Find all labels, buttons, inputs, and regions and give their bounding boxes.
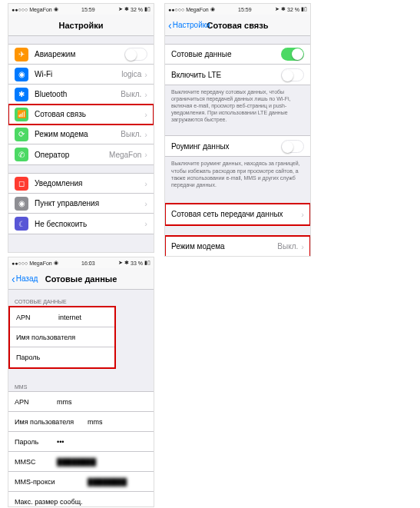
row-airplane[interactable]: ✈ Авиарежим: [8, 45, 154, 65]
phone-icon: ✆: [15, 148, 28, 161]
signal-dots-icon: ●●○○○: [12, 7, 28, 12]
signal-dots-icon: ●●○○○: [168, 7, 184, 12]
navbar: ‹Настройки Сотовая связь: [165, 15, 310, 36]
lte-toggle[interactable]: [281, 68, 304, 81]
wifi-icon: ◉: [54, 260, 58, 266]
battery-pct: 32 %: [287, 7, 299, 12]
cellular-data-fields: APN internet Имя пользователя Пароль: [8, 306, 116, 369]
chevron-right-icon: ›: [144, 110, 147, 119]
cellular-data-note: Выключите передачу сотовых данных, чтобы…: [165, 85, 310, 128]
status-bar: ●●○○○MegaFon◉ 16:03 ➤✱33 %▮▯: [8, 257, 154, 268]
section-header-cellular: СОТОВЫЕ ДАННЫЕ: [8, 294, 154, 306]
cellular-data-toggle[interactable]: [281, 48, 304, 61]
row-lte[interactable]: Включить LTE: [165, 65, 310, 85]
carrier: MegaFon: [29, 7, 52, 12]
row-roaming[interactable]: Роуминг данных: [165, 136, 310, 156]
field-username[interactable]: Имя пользователя: [10, 327, 114, 347]
back-button[interactable]: ‹Настройки: [165, 20, 210, 31]
status-bar: ●●○○○MegaFon◉ 15:59 ➤✱32 %▮▯: [165, 4, 310, 15]
cellular-group-apn: Сотовая сеть передачи данных ›: [165, 204, 310, 225]
signal-dots-icon: ●●○○○: [12, 261, 28, 266]
row-cellular-data[interactable]: Сотовые данные: [165, 45, 310, 65]
field-mms-password[interactable]: Пароль •••: [8, 432, 154, 452]
chevron-right-icon: ›: [144, 179, 147, 188]
field-apn[interactable]: APN internet: [10, 307, 114, 327]
bluetooth-icon: ✱: [124, 6, 129, 12]
airplane-toggle[interactable]: [124, 48, 147, 61]
chevron-right-icon: ›: [144, 90, 147, 99]
mms-fields: APN mms Имя пользователя mms Пароль ••• …: [8, 391, 154, 507]
chevron-right-icon: ›: [301, 242, 304, 251]
carrier: MegaFon: [186, 7, 209, 12]
clock: 15:59: [81, 7, 95, 12]
airplane-icon: ✈: [15, 48, 28, 61]
roaming-note: Выключите роуминг данных, находясь за гр…: [165, 157, 310, 192]
chevron-left-icon: ‹: [12, 274, 15, 284]
control-center-icon: ◉: [15, 197, 28, 211]
row-notifications[interactable]: ◻ Уведомления ›: [8, 174, 154, 194]
navbar: ‹Назад Сотовые данные: [8, 268, 154, 290]
location-icon: ➤: [118, 6, 123, 12]
moon-icon: ☾: [15, 217, 28, 231]
row-cellular[interactable]: 📶 Сотовая связь ›: [8, 105, 154, 125]
location-icon: ➤: [118, 260, 123, 266]
bluetooth-icon: ✱: [124, 260, 129, 266]
field-mmsc[interactable]: MMSC ████████: [8, 452, 154, 472]
bluetooth-icon: ✱: [281, 6, 286, 12]
cellular-screen: ●●○○○MegaFon◉ 15:59 ➤✱32 %▮▯ ‹Настройки …: [164, 3, 311, 257]
row-carrier[interactable]: ✆ Оператор MegaFon ›: [8, 144, 154, 164]
cellular-icon: 📶: [15, 108, 28, 121]
row-apn-settings[interactable]: Сотовая сеть передачи данных ›: [165, 204, 310, 224]
cellular-group-roaming: Роуминг данных: [165, 135, 310, 157]
navbar: Настройки: [8, 15, 154, 36]
roaming-toggle[interactable]: [281, 140, 304, 153]
wifi-icon: ◉: [15, 68, 28, 81]
hotspot-icon: ⟳: [15, 128, 28, 141]
chevron-right-icon: ›: [144, 199, 147, 208]
clock: 15:59: [238, 7, 252, 12]
chevron-right-icon: ›: [301, 210, 304, 219]
field-password[interactable]: Пароль: [10, 347, 114, 367]
location-icon: ➤: [275, 6, 279, 12]
row-dnd[interactable]: ☾ Не беспокоить ›: [8, 214, 154, 234]
field-mms-apn[interactable]: APN mms: [8, 392, 154, 412]
clock: 16:03: [81, 261, 95, 266]
battery-icon: ▮▯: [144, 6, 150, 12]
cellular-group-hotspot: Режим модема Выкл. ›: [165, 236, 310, 257]
row-control-center[interactable]: ◉ Пункт управления ›: [8, 194, 154, 214]
chevron-right-icon: ›: [144, 130, 147, 139]
battery-pct: 33 %: [131, 261, 143, 266]
battery-icon: ▮▯: [144, 260, 150, 266]
back-button[interactable]: ‹Назад: [8, 274, 38, 284]
battery-icon: ▮▯: [301, 6, 307, 12]
carrier: MegaFon: [29, 261, 52, 266]
wifi-icon: ◉: [210, 6, 215, 12]
settings-group-system: ◻ Уведомления › ◉ Пункт управления › ☾ Н…: [8, 173, 154, 234]
cellular-data-screen: ●●○○○MegaFon◉ 16:03 ➤✱33 %▮▯ ‹Назад Сото…: [8, 257, 154, 507]
row-hotspot[interactable]: ⟳ Режим модема Выкл. ›: [8, 125, 154, 144]
field-mms-proxy[interactable]: MMS-прокси ████████: [8, 472, 154, 492]
cellular-group-data: Сотовые данные Включить LTE: [165, 44, 310, 85]
page-title: Настройки: [8, 21, 154, 30]
chevron-right-icon: ›: [144, 70, 147, 79]
chevron-right-icon: ›: [144, 219, 147, 228]
field-mms-username[interactable]: Имя пользователя mms: [8, 412, 154, 432]
row-bluetooth[interactable]: ✱ Bluetooth Выкл. ›: [8, 85, 154, 105]
chevron-right-icon: ›: [144, 150, 147, 159]
settings-screen: ●●○○○MegaFon◉ 15:59 ➤✱32 %▮▯ Настройки ✈…: [8, 3, 154, 253]
row-wifi[interactable]: ◉ Wi-Fi logica ›: [8, 65, 154, 85]
wifi-icon: ◉: [54, 6, 58, 12]
status-bar: ●●○○○MegaFon◉ 15:59 ➤✱32 %▮▯: [8, 4, 154, 15]
bluetooth-icon: ✱: [15, 88, 28, 101]
section-header-mms: MMS: [8, 380, 154, 391]
settings-group-connectivity: ✈ Авиарежим ◉ Wi-Fi logica › ✱ Bluetooth…: [8, 44, 154, 165]
row-hotspot[interactable]: Режим модема Выкл. ›: [165, 237, 310, 257]
battery-pct: 32 %: [131, 7, 143, 12]
field-mms-maxsize[interactable]: Макс. размер сообщ.: [8, 492, 154, 507]
notifications-icon: ◻: [15, 177, 28, 191]
chevron-left-icon: ‹: [168, 20, 172, 31]
